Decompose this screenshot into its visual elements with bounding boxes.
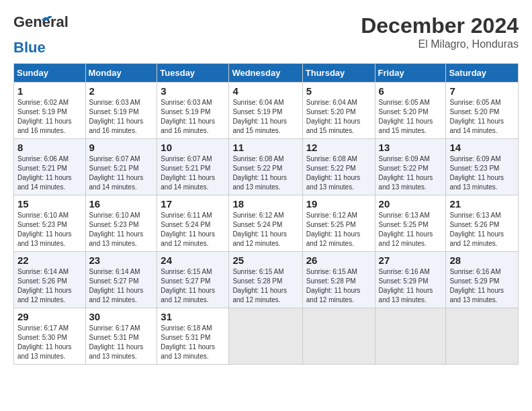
calendar-cell — [229, 308, 302, 365]
day-number: 12 — [306, 142, 371, 153]
calendar-cell: 31Sunrise: 6:18 AM Sunset: 5:31 PM Dayli… — [157, 308, 229, 365]
day-info: Sunrise: 6:17 AM Sunset: 5:30 PM Dayligh… — [17, 324, 82, 361]
day-number: 27 — [379, 255, 443, 266]
day-number: 31 — [161, 311, 225, 322]
day-number: 19 — [306, 198, 371, 210]
day-number: 4 — [232, 85, 298, 97]
day-info: Sunrise: 6:13 AM Sunset: 5:25 PM Dayligh… — [379, 211, 443, 248]
calendar-cell: 26Sunrise: 6:15 AM Sunset: 5:28 PM Dayli… — [302, 252, 375, 308]
logo-blue: Blue — [13, 39, 46, 56]
page-subtitle: El Milagro, Honduras — [361, 38, 519, 50]
day-info: Sunrise: 6:05 AM Sunset: 5:20 PM Dayligh… — [449, 98, 515, 136]
logo: General Blue — [13, 13, 46, 56]
day-number: 3 — [161, 85, 225, 97]
page-title: December 2024 — [361, 13, 519, 38]
calendar-cell: 6Sunrise: 6:05 AM Sunset: 5:20 PM Daylig… — [375, 83, 446, 139]
day-number: 6 — [379, 85, 443, 97]
title-block: December 2024 El Milagro, Honduras — [361, 13, 519, 50]
day-info: Sunrise: 6:09 AM Sunset: 5:22 PM Dayligh… — [379, 154, 443, 192]
day-number: 25 — [232, 255, 298, 266]
calendar-cell: 3Sunrise: 6:03 AM Sunset: 5:19 PM Daylig… — [157, 83, 229, 139]
page-header: General Blue December 2024 El Milagro, H… — [13, 13, 519, 56]
day-number: 2 — [89, 85, 154, 97]
day-info: Sunrise: 6:15 AM Sunset: 5:28 PM Dayligh… — [306, 267, 371, 305]
day-info: Sunrise: 6:06 AM Sunset: 5:21 PM Dayligh… — [17, 154, 82, 192]
calendar-cell: 19Sunrise: 6:12 AM Sunset: 5:25 PM Dayli… — [302, 195, 375, 252]
day-info: Sunrise: 6:07 AM Sunset: 5:21 PM Dayligh… — [89, 154, 154, 192]
day-number: 8 — [17, 142, 82, 153]
calendar-cell: 23Sunrise: 6:14 AM Sunset: 5:27 PM Dayli… — [85, 252, 157, 308]
day-number: 23 — [89, 255, 154, 266]
calendar-cell: 10Sunrise: 6:07 AM Sunset: 5:21 PM Dayli… — [157, 139, 229, 195]
day-number: 11 — [232, 142, 298, 153]
calendar-cell: 9Sunrise: 6:07 AM Sunset: 5:21 PM Daylig… — [85, 139, 157, 195]
day-info: Sunrise: 6:16 AM Sunset: 5:29 PM Dayligh… — [449, 267, 515, 305]
calendar-cell: 14Sunrise: 6:09 AM Sunset: 5:23 PM Dayli… — [446, 139, 519, 195]
calendar-cell: 29Sunrise: 6:17 AM Sunset: 5:30 PM Dayli… — [14, 308, 86, 365]
logo-bird-icon — [40, 15, 52, 24]
calendar-cell: 17Sunrise: 6:11 AM Sunset: 5:24 PM Dayli… — [157, 195, 229, 252]
calendar-day-header: Saturday — [446, 64, 519, 83]
day-info: Sunrise: 6:05 AM Sunset: 5:20 PM Dayligh… — [379, 98, 443, 136]
day-number: 15 — [17, 198, 82, 210]
day-number: 14 — [449, 142, 515, 153]
calendar-cell: 30Sunrise: 6:17 AM Sunset: 5:31 PM Dayli… — [85, 308, 157, 365]
day-info: Sunrise: 6:03 AM Sunset: 5:19 PM Dayligh… — [161, 98, 225, 136]
calendar-week-row: 1Sunrise: 6:02 AM Sunset: 5:19 PM Daylig… — [14, 83, 519, 139]
day-number: 10 — [161, 142, 225, 153]
calendar-week-row: 22Sunrise: 6:14 AM Sunset: 5:26 PM Dayli… — [14, 252, 519, 308]
calendar-cell: 24Sunrise: 6:15 AM Sunset: 5:27 PM Dayli… — [157, 252, 229, 308]
day-info: Sunrise: 6:14 AM Sunset: 5:27 PM Dayligh… — [89, 267, 154, 305]
day-info: Sunrise: 6:15 AM Sunset: 5:27 PM Dayligh… — [161, 267, 225, 305]
calendar-cell — [375, 308, 446, 365]
calendar-cell: 1Sunrise: 6:02 AM Sunset: 5:19 PM Daylig… — [14, 83, 86, 139]
day-info: Sunrise: 6:17 AM Sunset: 5:31 PM Dayligh… — [89, 324, 154, 361]
calendar-day-header: Tuesday — [157, 64, 229, 83]
calendar-cell: 22Sunrise: 6:14 AM Sunset: 5:26 PM Dayli… — [14, 252, 86, 308]
calendar-day-header: Friday — [375, 64, 446, 83]
day-info: Sunrise: 6:18 AM Sunset: 5:31 PM Dayligh… — [161, 324, 225, 361]
day-info: Sunrise: 6:11 AM Sunset: 5:24 PM Dayligh… — [161, 211, 225, 248]
calendar-day-header: Wednesday — [229, 64, 302, 83]
calendar-week-row: 15Sunrise: 6:10 AM Sunset: 5:23 PM Dayli… — [14, 195, 519, 252]
calendar-cell: 5Sunrise: 6:04 AM Sunset: 5:20 PM Daylig… — [302, 83, 375, 139]
day-number: 18 — [232, 198, 298, 210]
day-info: Sunrise: 6:09 AM Sunset: 5:23 PM Dayligh… — [449, 154, 515, 192]
calendar-cell: 27Sunrise: 6:16 AM Sunset: 5:29 PM Dayli… — [375, 252, 446, 308]
day-info: Sunrise: 6:15 AM Sunset: 5:28 PM Dayligh… — [232, 267, 298, 305]
day-info: Sunrise: 6:04 AM Sunset: 5:19 PM Dayligh… — [232, 98, 298, 136]
day-number: 30 — [89, 311, 154, 322]
calendar-cell — [446, 308, 519, 365]
calendar-cell: 11Sunrise: 6:08 AM Sunset: 5:22 PM Dayli… — [229, 139, 302, 195]
calendar-cell: 21Sunrise: 6:13 AM Sunset: 5:26 PM Dayli… — [446, 195, 519, 252]
day-info: Sunrise: 6:08 AM Sunset: 5:22 PM Dayligh… — [306, 154, 371, 192]
calendar-day-header: Sunday — [14, 64, 86, 83]
day-info: Sunrise: 6:12 AM Sunset: 5:24 PM Dayligh… — [232, 211, 298, 248]
calendar-cell: 25Sunrise: 6:15 AM Sunset: 5:28 PM Dayli… — [229, 252, 302, 308]
day-number: 13 — [379, 142, 443, 153]
day-number: 26 — [306, 255, 371, 266]
day-info: Sunrise: 6:04 AM Sunset: 5:20 PM Dayligh… — [306, 98, 371, 136]
day-number: 29 — [17, 311, 82, 322]
day-info: Sunrise: 6:08 AM Sunset: 5:22 PM Dayligh… — [232, 154, 298, 192]
day-info: Sunrise: 6:03 AM Sunset: 5:19 PM Dayligh… — [89, 98, 154, 136]
calendar-cell: 18Sunrise: 6:12 AM Sunset: 5:24 PM Dayli… — [229, 195, 302, 252]
day-number: 20 — [379, 198, 443, 210]
calendar-cell: 8Sunrise: 6:06 AM Sunset: 5:21 PM Daylig… — [14, 139, 86, 195]
calendar-cell: 28Sunrise: 6:16 AM Sunset: 5:29 PM Dayli… — [446, 252, 519, 308]
calendar-cell: 15Sunrise: 6:10 AM Sunset: 5:23 PM Dayli… — [14, 195, 86, 252]
day-info: Sunrise: 6:10 AM Sunset: 5:23 PM Dayligh… — [17, 211, 82, 248]
day-info: Sunrise: 6:07 AM Sunset: 5:21 PM Dayligh… — [161, 154, 225, 192]
day-info: Sunrise: 6:10 AM Sunset: 5:23 PM Dayligh… — [89, 211, 154, 248]
day-number: 22 — [17, 255, 82, 266]
day-info: Sunrise: 6:12 AM Sunset: 5:25 PM Dayligh… — [306, 211, 371, 248]
calendar-day-header: Thursday — [302, 64, 375, 83]
calendar-cell: 13Sunrise: 6:09 AM Sunset: 5:22 PM Dayli… — [375, 139, 446, 195]
day-info: Sunrise: 6:14 AM Sunset: 5:26 PM Dayligh… — [17, 267, 82, 305]
day-number: 28 — [449, 255, 515, 266]
day-number: 7 — [449, 85, 515, 97]
day-number: 9 — [89, 142, 154, 153]
day-number: 1 — [17, 85, 82, 97]
calendar-cell: 20Sunrise: 6:13 AM Sunset: 5:25 PM Dayli… — [375, 195, 446, 252]
calendar-day-header: Monday — [85, 64, 157, 83]
